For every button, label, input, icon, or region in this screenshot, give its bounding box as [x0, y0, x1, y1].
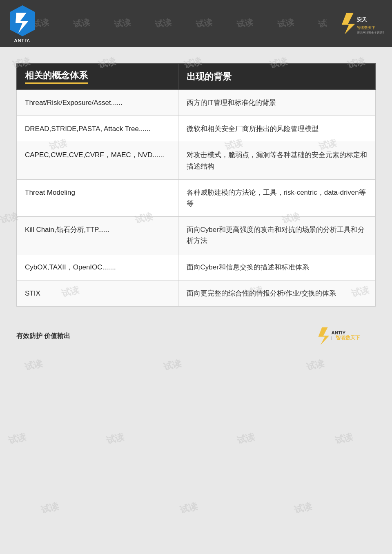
table-cell-right: 西方的IT管理和标准化的背景: [178, 90, 375, 116]
header-watermark: 试读: [114, 17, 131, 31]
data-table: 相关的概念体系 出现的背景 Threat/Risk/Exposure/Asset…: [16, 63, 376, 307]
footer: 有效防护 价值输出 ANTIY | 智者数天下: [0, 315, 392, 358]
table-row: STIX 面向更完整的综合性的情报分析/作业/交换的体系: [17, 280, 376, 306]
watermark: 试读: [105, 431, 125, 447]
logo: ANTIY.: [8, 4, 37, 43]
watermark: 试读: [162, 357, 183, 374]
header-watermark: 试读: [73, 17, 91, 31]
table-row: DREAD,STRIDE,PASTA, Attack Tree...... 微软…: [17, 116, 376, 142]
table-cell-left: CAPEC,CWE,CVE,CVRF，MAEC，NVD......: [17, 142, 178, 179]
header-watermark: 试读: [236, 17, 254, 31]
header-watermark: 试读: [277, 17, 295, 31]
watermark: 试读: [40, 500, 60, 516]
watermark: 试读: [305, 357, 325, 374]
table-row: Threat/Risk/Exposure/Asset...... 西方的IT管理…: [17, 90, 376, 116]
watermark: 试读: [7, 431, 27, 447]
svg-text:安天: 安天: [356, 16, 367, 22]
watermark: 试读: [293, 500, 313, 516]
watermark: 试读: [334, 431, 354, 447]
table-header-left: 相关的概念体系: [17, 64, 178, 90]
table-cell-left: CybOX,TAXII，OpenIOC.......: [17, 254, 178, 280]
svg-text:ANTIY: ANTIY: [332, 330, 346, 335]
table-cell-left: Threat/Risk/Exposure/Asset......: [17, 90, 178, 116]
table-row: Kill Chain,钻石分析,TTP...... 面向Cyber和更高强度的攻…: [17, 217, 376, 254]
table-row: CybOX,TAXII，OpenIOC....... 面向Cyber和信息交换的…: [17, 254, 376, 280]
logo-icon: [8, 4, 37, 37]
table-cell-left: STIX: [17, 280, 178, 306]
table-cell-left: DREAD,STRIDE,PASTA, Attack Tree......: [17, 116, 178, 142]
table-row: Threat Modeling 各种威胁建模的方法论，工具，risk-centr…: [17, 179, 376, 216]
brand-icon: 安天 智者数天下 安天网络安全冬训营第四期: [327, 9, 384, 38]
table-cell-left: Threat Modeling: [17, 179, 178, 216]
watermark: 试读: [23, 357, 44, 374]
footer-brand: ANTIY | 智者数天下: [310, 325, 376, 347]
main-content: 相关的概念体系 出现的背景 Threat/Risk/Exposure/Asset…: [0, 47, 392, 315]
table-cell-right: 对攻击模式，脆弱点，漏洞等各种基础的安全元素的标定和描述结构: [178, 142, 375, 179]
table-row: CAPEC,CWE,CVE,CVRF，MAEC，NVD...... 对攻击模式，…: [17, 142, 376, 179]
table-cell-right: 面向Cyber和更高强度的攻击和对抗的场景的分析工具和分析方法: [178, 217, 375, 254]
header-watermark: 试读: [195, 17, 213, 31]
table-cell-right: 微软和相关安全厂商所推出的风险管理模型: [178, 116, 375, 142]
svg-text:智者数天下: 智者数天下: [335, 335, 361, 340]
table-cell-right: 面向更完整的综合性的情报分析/作业/交换的体系: [178, 280, 375, 306]
footer-text: 有效防护 价值输出: [16, 332, 70, 340]
footer-brand-icon: ANTIY | 智者数天下: [310, 325, 376, 347]
watermark: 试读: [178, 500, 199, 516]
svg-text:|: |: [332, 336, 332, 340]
table-header-right: 出现的背景: [178, 64, 375, 90]
header: 试读 试读 试读 试读 试读 试读 试读 试读 试读 试读 ANTIY. 安天 …: [0, 0, 392, 47]
table-cell-right: 各种威胁建模的方法论，工具，risk-centric，data-driven等等: [178, 179, 375, 216]
svg-text:安天网络安全冬训营第四期: 安天网络安全冬训营第四期: [357, 31, 384, 34]
svg-text:智者数天下: 智者数天下: [357, 26, 375, 30]
watermark: 试读: [236, 431, 256, 447]
header-watermark: 试读: [154, 17, 172, 31]
table-cell-left: Kill Chain,钻石分析,TTP......: [17, 217, 178, 254]
logo-text: ANTIY.: [14, 38, 31, 43]
header-right: 安天 智者数天下 安天网络安全冬训营第四期: [327, 9, 384, 38]
table-cell-right: 面向Cyber和信息交换的描述和标准体系: [178, 254, 375, 280]
